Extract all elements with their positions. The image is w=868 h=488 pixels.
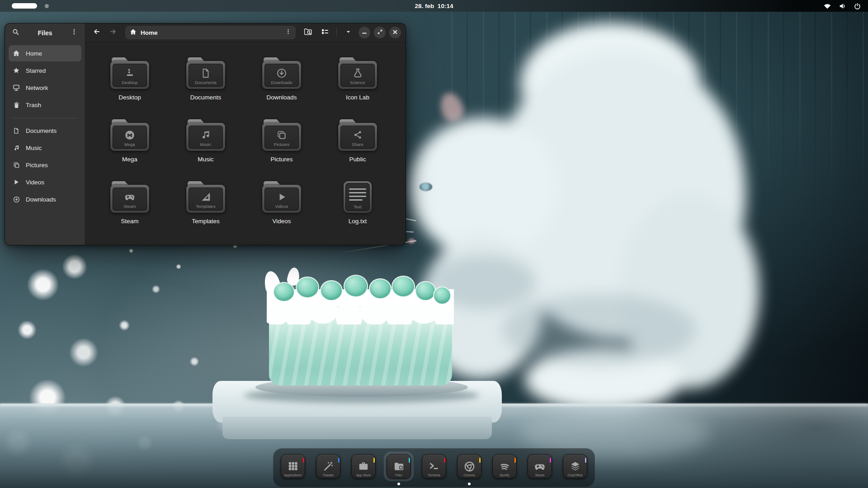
minimize-icon [362,28,367,37]
file-item-music[interactable]: Music Music [172,119,240,181]
app-menu-button[interactable] [68,27,80,39]
dock-item-label: Tweaks [316,474,340,477]
home-icon [130,28,137,37]
file-item-icon-lab[interactable]: Science Icon Lab [324,57,392,119]
gamepad-glyph [123,191,136,205]
dock-item-label: Applications [281,474,305,477]
folder-search-button[interactable] [301,26,315,39]
sidebar-item-label: Pictures [26,162,48,169]
accent-stripe [303,458,305,463]
list-view-button[interactable] [318,26,332,39]
dock-slot: Terminal [419,451,449,481]
sidebar-item-label: Documents [26,127,57,134]
dock: Applications Tweaks App Store [273,448,595,487]
home-icon [12,50,20,57]
sidebar-item-documents[interactable]: Documents [9,122,81,139]
sidebar-item-home[interactable]: Home [9,45,81,61]
mega-glyph [124,129,136,143]
photo-icon [12,162,20,169]
setsquare-glyph [200,191,212,205]
sidebar-item-starred[interactable]: Starred [9,62,81,79]
forward-button[interactable] [106,26,120,39]
file-item-mega[interactable]: Mega Mega [96,119,164,181]
volume-icon[interactable] [839,3,847,9]
clock[interactable]: 28. feb 10:14 [415,3,453,9]
folder-search-icon [304,28,312,38]
briefcase-icon [358,460,369,472]
sidebar: Files Home Starred Networ [5,23,85,245]
document-icon [12,127,20,134]
dock-slot: Applications [278,451,308,481]
folder-icon [393,460,405,473]
file-item-label: Desktop [118,94,141,101]
back-button[interactable] [90,26,104,39]
sidebar-item-music[interactable]: Music [9,140,81,156]
workspace-dot[interactable] [45,4,49,8]
file-item-label: Downloads [267,94,297,101]
sidebar-item-network[interactable]: Network [9,80,81,96]
folder-icon: Pictures [262,119,301,151]
play-icon [12,179,20,185]
sidebar-item-trash[interactable]: Trash [9,97,81,113]
sidebar-item-videos[interactable]: Videos [9,174,81,190]
dock-item-app-store[interactable]: App Store [351,454,376,479]
folder-badge: Music [189,142,223,147]
file-item-public[interactable]: Share Public [324,119,392,181]
terminal-icon [428,460,440,472]
search-button[interactable] [9,27,22,39]
dock-item-files[interactable]: Files [387,454,411,479]
file-item-label: Templates [192,218,220,225]
dock-item-terminal[interactable]: Terminal [422,454,446,479]
sidebar-item-pictures[interactable]: Pictures [9,157,81,173]
text-line [349,196,366,197]
folder-badge: Documents [189,80,223,85]
path-menu-button[interactable] [285,28,291,37]
dock-item-applications[interactable]: Applications [281,454,305,479]
minimize-button[interactable] [359,27,370,38]
close-button[interactable] [389,27,401,38]
file-item-videos[interactable]: Videos Videos [248,181,316,243]
folder-icon: Downloads [262,57,301,89]
app-grid-icon [287,460,299,472]
file-item-steam[interactable]: Steam Steam [96,181,164,243]
dock-item-spotify[interactable]: Spotify [492,454,517,479]
dock-item-steam[interactable]: Steam [528,454,552,479]
file-item-log-txt[interactable]: Text Log.txt [324,181,392,243]
spotify-icon [499,460,511,473]
sidebar-header: Files [5,23,85,42]
file-item-templates[interactable]: Templates Templates [172,181,240,243]
folder-badge: Desktop [113,80,147,85]
workspace-indicator[interactable] [0,3,49,9]
sidebar-item-downloads[interactable]: Downloads [9,191,81,207]
dock-slot: Steam [525,451,555,481]
star-icon [12,67,20,74]
file-item-documents[interactable]: Documents Documents [172,57,240,119]
sidebar-item-label: Videos [26,179,44,186]
status-area[interactable] [823,3,868,9]
magic-wand-icon [322,460,334,472]
view-options-button[interactable] [341,26,355,39]
file-item-desktop[interactable]: Desktop Desktop [96,57,164,119]
maximize-button[interactable] [374,27,386,38]
dock-item-tweaks[interactable]: Tweaks [316,454,340,479]
dock-item-chrome[interactable]: Chrome [457,454,481,479]
file-item-label: Videos [272,218,291,225]
workspace-active-pill[interactable] [12,3,37,9]
desktop: 28. feb 10:14 Files [0,0,868,488]
photos-glyph [276,129,288,143]
folder-badge: Videos [264,204,299,209]
file-item-label: Log.txt [349,218,367,225]
dock-item-label: Steam [528,474,552,477]
file-item-downloads[interactable]: Downloads Downloads [248,57,316,119]
folder-icon: Music [186,119,225,151]
path-bar[interactable]: Home [125,26,296,39]
file-item-label: Music [198,156,213,163]
dock-item-onlyoffice[interactable]: OnlyOffice [563,454,587,479]
wifi-icon[interactable] [823,3,831,9]
file-item-label: Public [349,156,366,163]
accent-stripe [479,458,481,463]
folder-icon: Mega [110,119,149,151]
file-item-pictures[interactable]: Pictures Pictures [248,119,316,181]
power-icon[interactable] [854,3,861,9]
document-glyph [200,67,211,81]
